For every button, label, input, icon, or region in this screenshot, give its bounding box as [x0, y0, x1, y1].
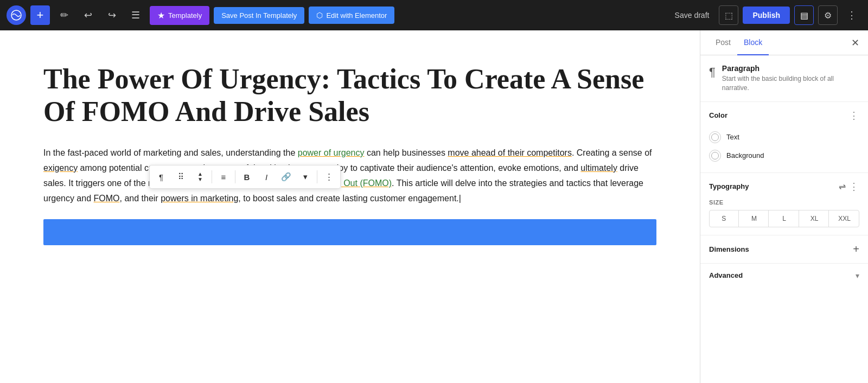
drag-icon: ⠿	[178, 172, 184, 182]
list-view-button[interactable]: ☰	[126, 5, 145, 25]
bold-icon: B	[244, 173, 250, 182]
link-icon: 🔗	[281, 172, 291, 182]
elementor-label: Edit with Elementor	[326, 11, 387, 20]
link-fomo-plain: FOMO	[94, 194, 120, 203]
color-section-header: Color ⋮	[709, 110, 859, 122]
publish-button[interactable]: Publish	[743, 7, 790, 24]
blue-bar	[43, 219, 656, 245]
size-buttons: S M L XL XXL	[709, 210, 859, 227]
background-color-label: Background	[726, 151, 764, 159]
sidebar-icon: ▤	[800, 10, 808, 21]
drag-handle-button[interactable]: ⠿	[171, 168, 190, 186]
elementor-icon: ⬡	[316, 11, 323, 20]
color-section-title: Color	[709, 111, 727, 119]
background-color-inner	[711, 152, 719, 159]
link-power-urgency[interactable]: power of urgency	[298, 148, 365, 157]
advanced-section-title: Advanced	[709, 271, 743, 279]
edit-icon-button[interactable]: ✏	[54, 5, 74, 25]
save-draft-button[interactable]: Save draft	[669, 8, 715, 23]
dimensions-section-title: Dimensions	[709, 245, 749, 253]
dimensions-add-button[interactable]: +	[853, 243, 859, 256]
typography-section-header: Typography ⇌ ⋮	[709, 181, 859, 193]
link-powers-marketing: powers in marketing,	[161, 194, 241, 203]
tab-post[interactable]: Post	[709, 30, 737, 55]
wp-logo	[7, 5, 26, 25]
dimensions-section: Dimensions +	[700, 235, 868, 264]
main-area: The Power Of Urgency: Tactics To Create …	[0, 30, 868, 383]
elementor-button[interactable]: ⬡ Edit with Elementor	[309, 7, 394, 24]
settings-button[interactable]: ⚙	[818, 5, 838, 25]
bold-button[interactable]: B	[238, 168, 256, 186]
size-m-button[interactable]: M	[740, 210, 769, 227]
paragraph-block-icon: ¶	[709, 65, 716, 79]
toolbar-divider-3	[317, 170, 317, 183]
block-label: Paragraph	[722, 64, 859, 73]
link-exigency[interactable]: exigency	[43, 163, 78, 173]
block-info: ¶ Paragraph Start with the basic buildin…	[700, 55, 868, 102]
save-templately-label: Save Post In Templately	[221, 11, 297, 20]
editor-area[interactable]: The Power Of Urgency: Tactics To Create …	[0, 30, 700, 383]
more-options-button[interactable]: ⋮	[842, 5, 861, 25]
chevron-down-icon: ▾	[303, 172, 308, 182]
size-xl-button[interactable]: XL	[800, 210, 829, 227]
paragraph-format-button[interactable]: ¶	[152, 168, 170, 186]
inline-toolbar: ¶ ⠿ ▲▼ ≡ B I 🔗 ▾	[149, 165, 341, 189]
toolbar-divider-2	[235, 170, 235, 183]
tab-block[interactable]: Block	[737, 30, 769, 55]
background-color-row[interactable]: Background	[709, 146, 859, 165]
size-label: SIZE	[709, 199, 859, 206]
size-xxl-button[interactable]: XXL	[830, 210, 859, 227]
link-dropdown-button[interactable]: ▾	[296, 168, 315, 186]
add-block-button[interactable]: +	[30, 5, 50, 25]
view-button[interactable]: ⬚	[719, 5, 738, 25]
link-ultimately: ultimately	[580, 163, 617, 173]
save-templately-button[interactable]: Save Post In Templately	[214, 7, 304, 24]
text-color-swatch[interactable]	[709, 131, 721, 143]
dots-icon: ⋮	[847, 9, 857, 21]
typography-section-options-button[interactable]: ⋮	[849, 181, 859, 193]
move-up-down-button[interactable]: ▲▼	[191, 168, 209, 186]
advanced-section: Advanced ▾	[700, 264, 868, 288]
sidebar-toggle-button[interactable]: ▤	[794, 5, 814, 25]
link-button[interactable]: 🔗	[277, 168, 295, 186]
advanced-section-header[interactable]: Advanced ▾	[709, 271, 859, 280]
templately-button[interactable]: ★ Templately	[150, 6, 209, 25]
size-s-button[interactable]: S	[710, 210, 739, 227]
italic-button[interactable]: I	[257, 168, 276, 186]
move-icon: ▲▼	[197, 171, 203, 182]
more-block-options-button[interactable]: ⋮	[320, 168, 338, 186]
text-color-label: Text	[726, 133, 739, 141]
templately-label: Templately	[168, 11, 202, 20]
typography-section-title: Typography	[709, 182, 749, 190]
background-color-swatch[interactable]	[709, 150, 721, 162]
redo-button[interactable]: ↪	[102, 5, 122, 25]
sidebar-close-button[interactable]: ✕	[851, 37, 859, 49]
post-body[interactable]: In the fast-paced world of marketing and…	[43, 145, 656, 206]
text-color-row[interactable]: Text	[709, 128, 859, 146]
align-icon: ≡	[221, 173, 226, 182]
text-color-inner	[711, 133, 719, 141]
dots-vertical-icon: ⋮	[325, 172, 333, 182]
undo-button[interactable]: ↩	[78, 5, 98, 25]
align-button[interactable]: ≡	[214, 168, 233, 186]
color-section: Color ⋮ Text Background	[700, 102, 868, 173]
save-draft-label: Save draft	[675, 11, 710, 20]
block-description: Start with the basic building block of a…	[722, 74, 859, 93]
block-text-info: Paragraph Start with the basic building …	[722, 64, 859, 93]
italic-icon: I	[265, 173, 267, 182]
post-title: The Power Of Urgency: Tactics To Create …	[43, 63, 656, 128]
typography-filter-button[interactable]: ⇌	[839, 181, 846, 192]
para-icon: ¶	[159, 173, 163, 182]
chevron-down-icon: ▾	[856, 271, 859, 280]
publish-label: Publish	[752, 11, 780, 20]
main-toolbar: + ✏ ↩ ↪ ☰ ★ Templately Save Post In Temp…	[0, 0, 868, 30]
templately-icon: ★	[157, 10, 165, 21]
typography-section: Typography ⇌ ⋮ SIZE S M L XL XXL	[700, 173, 868, 235]
size-l-button[interactable]: L	[770, 210, 799, 227]
sidebar-tabs: Post Block ✕	[700, 30, 868, 55]
color-section-options-button[interactable]: ⋮	[849, 110, 859, 122]
tab-post-label: Post	[716, 38, 731, 47]
dimensions-section-header: Dimensions +	[709, 243, 859, 256]
settings-icon: ⚙	[824, 10, 832, 21]
close-icon: ✕	[851, 37, 859, 48]
